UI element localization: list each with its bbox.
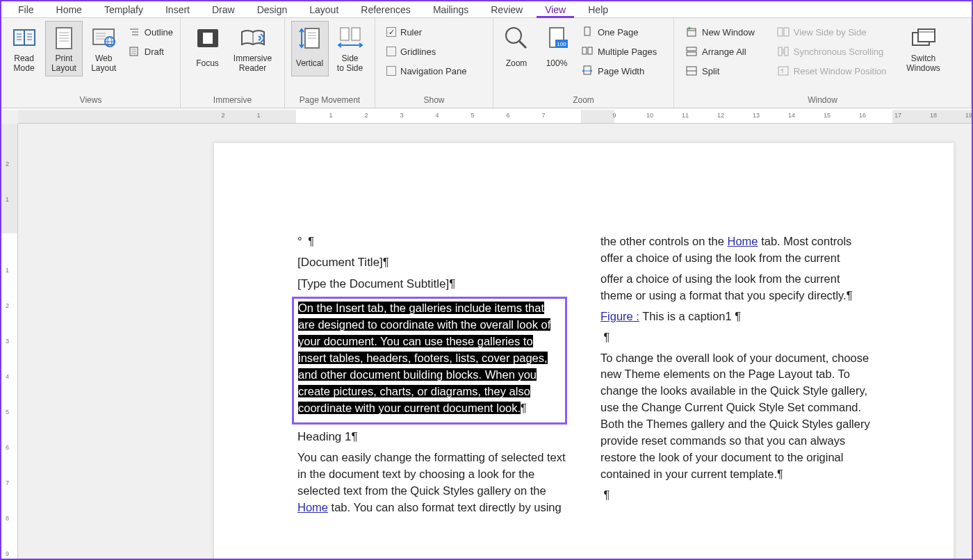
outline-icon bbox=[128, 27, 140, 37]
document-title[interactable]: [Document Title] bbox=[297, 254, 567, 272]
svg-text:100: 100 bbox=[557, 41, 566, 47]
group-zoom: Zoom 100 100% One Page Multiple Pages bbox=[493, 18, 674, 108]
tab-view[interactable]: View bbox=[534, 3, 577, 17]
tab-file[interactable]: File bbox=[7, 3, 45, 17]
side-to-side-icon bbox=[336, 24, 364, 52]
ruler-checkbox[interactable]: ✓ Ruler bbox=[384, 22, 469, 42]
multiple-pages-button[interactable]: Multiple Pages bbox=[578, 42, 660, 61]
sync-scroll-icon bbox=[777, 46, 790, 57]
empty-paragraph-2[interactable] bbox=[600, 487, 870, 504]
view-side-by-side-button[interactable]: View Side by Side bbox=[774, 22, 890, 42]
document-page[interactable]: [Document Title] [Type the Document Subt… bbox=[214, 143, 954, 560]
tab-insert[interactable]: Insert bbox=[154, 3, 201, 17]
svg-text:+: + bbox=[687, 26, 692, 32]
outline-button[interactable]: Outline bbox=[125, 22, 176, 42]
reset-position-icon bbox=[777, 65, 790, 76]
new-window-button[interactable]: + New Window bbox=[682, 22, 758, 42]
svg-rect-55 bbox=[778, 28, 783, 36]
svg-point-38 bbox=[506, 28, 521, 43]
svg-rect-44 bbox=[582, 47, 587, 54]
group-views: Read Mode Print Layout Web Layout Outlin… bbox=[1, 18, 181, 108]
group-show-label: Show bbox=[375, 94, 493, 108]
vertical-ruler[interactable]: 21123456789 bbox=[1, 124, 18, 559]
group-page-movement-label: Page Movement bbox=[285, 94, 375, 108]
read-mode-button[interactable]: Read Mode bbox=[6, 21, 42, 76]
focus-icon bbox=[195, 24, 220, 52]
tab-review[interactable]: Review bbox=[480, 3, 534, 17]
svg-rect-51 bbox=[687, 47, 696, 51]
svg-rect-46 bbox=[584, 66, 591, 74]
selected-paragraph[interactable]: On the Insert tab, the galleries include… bbox=[298, 300, 561, 416]
tab-help[interactable]: Help bbox=[577, 3, 619, 17]
group-page-movement: Vertical Side to Side Page Movement bbox=[285, 18, 375, 108]
print-layout-icon bbox=[54, 24, 74, 52]
group-immersive-label: Immersive bbox=[181, 94, 284, 108]
tab-home[interactable]: Home bbox=[45, 3, 93, 17]
print-layout-button[interactable]: Print Layout bbox=[45, 21, 82, 76]
switch-windows-icon bbox=[910, 24, 937, 52]
split-button[interactable]: Split bbox=[682, 61, 758, 81]
side-to-side-button[interactable]: Side to Side bbox=[332, 21, 369, 76]
tab-mailings[interactable]: Mailings bbox=[422, 3, 480, 17]
svg-rect-58 bbox=[785, 47, 788, 56]
svg-rect-43 bbox=[584, 27, 590, 35]
gridlines-checkbox[interactable]: Gridlines bbox=[384, 42, 469, 61]
group-window: + New Window Arrange All Split View Side… bbox=[674, 18, 972, 108]
synchronous-scrolling-button[interactable]: Synchronous Scrolling bbox=[774, 42, 890, 61]
read-mode-icon bbox=[13, 24, 36, 52]
one-page-button[interactable]: One Page bbox=[578, 22, 660, 42]
col2-top-paragraph[interactable]: offer a choice of using the look from th… bbox=[600, 271, 870, 304]
svg-rect-62 bbox=[918, 29, 935, 42]
navigation-pane-checkbox[interactable]: Navigation Pane bbox=[384, 61, 469, 81]
tab-draw[interactable]: Draw bbox=[201, 3, 246, 17]
checkbox-icon bbox=[386, 66, 396, 76]
checkbox-icon bbox=[386, 47, 396, 56]
page-width-icon bbox=[581, 65, 594, 76]
zoom-100-icon: 100 bbox=[544, 24, 569, 52]
svg-rect-57 bbox=[778, 47, 782, 56]
web-layout-button[interactable]: Web Layout bbox=[85, 21, 122, 76]
tab-templafy[interactable]: Templafy bbox=[93, 3, 154, 17]
vertical-button[interactable]: Vertical bbox=[291, 21, 329, 76]
anchor-mark bbox=[297, 233, 567, 250]
empty-paragraph[interactable] bbox=[600, 329, 870, 346]
switch-windows-button[interactable]: Switch Windows bbox=[902, 21, 945, 76]
ribbon-tabs: File Home Templafy Insert Draw Design La… bbox=[1, 1, 972, 18]
group-show: ✓ Ruler Gridlines Navigation Pane Show bbox=[375, 18, 493, 108]
page-width-button[interactable]: Page Width bbox=[578, 61, 660, 81]
col2-main-paragraph[interactable]: To change the overall look of your docum… bbox=[600, 350, 870, 483]
home-link[interactable]: Home bbox=[297, 501, 328, 513]
editing-workspace: 211234567910111213141516171819 211234567… bbox=[1, 110, 972, 559]
figure-link[interactable]: Figure : bbox=[600, 310, 639, 322]
svg-rect-60 bbox=[778, 67, 788, 75]
figure-caption[interactable]: Figure : This is a caption1 bbox=[600, 308, 870, 325]
svg-rect-56 bbox=[784, 28, 789, 36]
tab-layout[interactable]: Layout bbox=[298, 3, 350, 17]
zoom-100-button[interactable]: 100 100% bbox=[538, 21, 575, 76]
focus-button[interactable]: Focus bbox=[189, 21, 227, 76]
reset-window-position-button[interactable]: Reset Window Position bbox=[774, 61, 890, 81]
vertical-icon bbox=[298, 24, 322, 52]
home-link-2[interactable]: Home bbox=[728, 235, 758, 247]
svg-rect-36 bbox=[352, 28, 360, 40]
immersive-reader-button[interactable]: Immersive Reader bbox=[229, 21, 277, 76]
immersive-reader-icon bbox=[239, 24, 267, 52]
side-by-side-icon bbox=[777, 26, 790, 38]
draft-icon bbox=[128, 47, 140, 56]
heading-1[interactable]: Heading 1 bbox=[297, 429, 567, 446]
draft-button[interactable]: Draft bbox=[125, 42, 176, 61]
group-window-label: Window bbox=[674, 94, 971, 108]
tab-references[interactable]: References bbox=[350, 3, 422, 17]
group-zoom-label: Zoom bbox=[493, 94, 673, 108]
checkbox-checked-icon: ✓ bbox=[386, 27, 396, 37]
tab-design[interactable]: Design bbox=[246, 3, 299, 17]
document-subtitle[interactable]: [Type the Document Subtitle] bbox=[297, 276, 567, 293]
arrange-all-button[interactable]: Arrange All bbox=[682, 42, 758, 61]
ribbon: Read Mode Print Layout Web Layout Outlin… bbox=[1, 18, 972, 108]
zoom-button[interactable]: Zoom bbox=[498, 21, 535, 76]
horizontal-ruler[interactable]: 211234567910111213141516171819 bbox=[18, 110, 972, 124]
document-body[interactable]: [Document Title] [Type the Document Subt… bbox=[214, 143, 954, 516]
svg-rect-35 bbox=[341, 28, 349, 40]
selection-highlight-box: On the Insert tab, the galleries include… bbox=[292, 297, 567, 424]
svg-line-39 bbox=[519, 41, 526, 48]
